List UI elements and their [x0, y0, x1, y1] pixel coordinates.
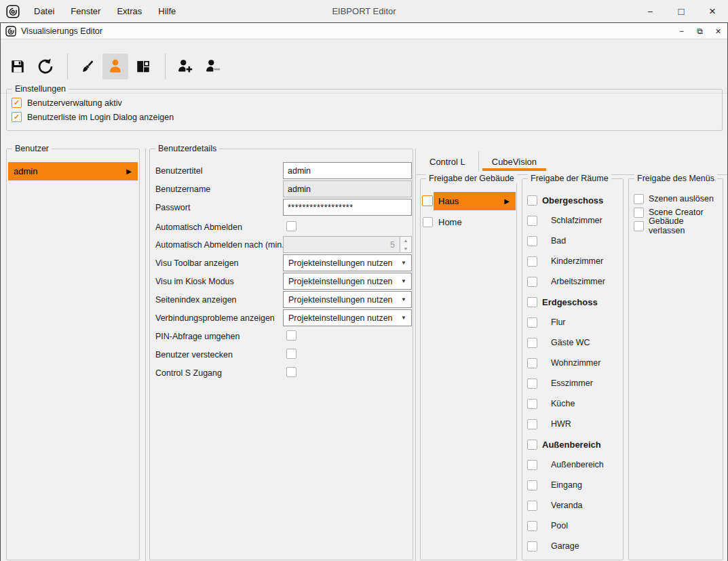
- building-item-home[interactable]: Home: [423, 216, 462, 228]
- room-item[interactable]: Pool: [527, 520, 621, 531]
- setting-benutzerliste[interactable]: ✓ Benutzerliste im Login Dialog anzeigen: [12, 112, 174, 122]
- room-label: Gäste WC: [551, 338, 590, 347]
- benutzertitel-input[interactable]: [283, 162, 412, 179]
- room-label: Erdgeschoss: [542, 297, 598, 307]
- editor-minimize-button[interactable]: −: [672, 23, 691, 39]
- room-item[interactable]: Küche: [527, 398, 621, 409]
- room-item[interactable]: Flur: [527, 317, 621, 328]
- room-checkbox[interactable]: [527, 440, 537, 450]
- menu-checkbox[interactable]: [634, 194, 644, 204]
- kiosk-select[interactable]: Projekteinstellungen nutzen ▼: [283, 273, 412, 290]
- menu-checkbox[interactable]: [634, 221, 644, 231]
- users-button[interactable]: [102, 54, 128, 79]
- room-item[interactable]: Gäste WC: [527, 337, 621, 348]
- menu-item-szenen[interactable]: Szenen auslösen: [634, 193, 721, 204]
- room-checkbox[interactable]: [527, 399, 537, 409]
- editor-titlebar: Visualisierungs Editor − ⧉ ×: [1, 23, 727, 39]
- editor-logo-icon: [5, 26, 16, 37]
- room-item[interactable]: Esszimmer: [527, 378, 621, 389]
- room-checkbox[interactable]: [527, 297, 537, 307]
- room-item[interactable]: Obergeschoss: [527, 195, 621, 206]
- room-checkbox[interactable]: [527, 358, 537, 368]
- menu-datei[interactable]: Datei: [26, 0, 62, 22]
- room-checkbox[interactable]: [527, 195, 537, 206]
- setting-benutzerverwaltung[interactable]: ✓ Benutzerverwaltung aktiv: [12, 98, 174, 108]
- user-name: admin: [14, 166, 37, 176]
- menu-extras[interactable]: Extras: [109, 0, 150, 22]
- spinner-value[interactable]: 5: [283, 236, 400, 253]
- room-item[interactable]: Eingang: [527, 480, 621, 490]
- auto-abmelden-checkbox[interactable]: [286, 221, 296, 231]
- room-checkbox[interactable]: [527, 521, 537, 531]
- checkbox[interactable]: ✓: [12, 98, 22, 108]
- room-checkbox[interactable]: [527, 277, 537, 287]
- room-item[interactable]: Außenbereich: [527, 439, 621, 450]
- tab-cubevision[interactable]: CubeVision: [478, 151, 550, 172]
- checkbox[interactable]: ✓: [12, 112, 22, 122]
- room-checkbox[interactable]: [527, 460, 537, 470]
- home-checkbox[interactable]: [423, 217, 433, 227]
- seitenindex-select[interactable]: Projekteinstellungen nutzen ▼: [283, 291, 412, 308]
- menu-item-gebaeude-verlassen[interactable]: Gebäude verlassen: [634, 220, 721, 231]
- room-item[interactable]: Bad: [527, 235, 621, 246]
- visu-toolbar-select[interactable]: Projekteinstellungen nutzen ▼: [283, 254, 412, 271]
- building-item-haus[interactable]: Haus ▶: [434, 192, 516, 210]
- verstecken-checkbox[interactable]: [286, 349, 296, 359]
- room-item[interactable]: Garage: [527, 541, 621, 552]
- chevron-down-icon: ▼: [401, 296, 406, 303]
- room-label: Veranda: [551, 501, 583, 510]
- room-checkbox[interactable]: [527, 216, 537, 226]
- room-item[interactable]: Veranda: [527, 500, 621, 511]
- minimize-button[interactable]: −: [634, 0, 666, 22]
- room-checkbox[interactable]: [527, 236, 537, 246]
- save-button[interactable]: [5, 54, 31, 79]
- spin-down-button[interactable]: ▼: [400, 245, 411, 253]
- room-item[interactable]: Schlafzimmer: [527, 215, 621, 226]
- room-checkbox[interactable]: [527, 501, 537, 511]
- layout-button[interactable]: [130, 54, 156, 79]
- control-s-checkbox[interactable]: [286, 367, 296, 377]
- editor-close-button[interactable]: ×: [709, 23, 727, 39]
- room-checkbox[interactable]: [527, 317, 537, 328]
- room-checkbox[interactable]: [527, 419, 537, 429]
- spin-up-button[interactable]: ▲: [400, 237, 411, 245]
- brush-button[interactable]: [75, 54, 100, 79]
- menu-checkbox[interactable]: [634, 208, 644, 218]
- maximize-button[interactable]: □: [666, 0, 697, 22]
- room-checkbox[interactable]: [527, 379, 537, 389]
- reload-button[interactable]: [33, 54, 58, 79]
- rooms-group: Freigabe der Räume Obergeschoss Schlafzi…: [522, 178, 624, 560]
- toolbar-separator: [165, 54, 166, 79]
- room-item[interactable]: Kinderzimmer: [527, 256, 621, 267]
- menu-hilfe[interactable]: Hilfe: [150, 0, 184, 22]
- benutzername-label: Benutzername: [155, 180, 210, 197]
- panel-splitter[interactable]: [145, 149, 146, 561]
- pin-checkbox[interactable]: [286, 330, 296, 341]
- room-item[interactable]: Erdgeschoss: [527, 296, 621, 307]
- haus-checkbox[interactable]: [422, 195, 433, 206]
- room-item[interactable]: Außenbereich: [527, 459, 621, 470]
- room-item[interactable]: Wohnzimmer: [527, 357, 621, 368]
- add-user-button[interactable]: [172, 54, 198, 79]
- passwort-input[interactable]: [283, 199, 412, 216]
- tab-control-l[interactable]: Control L: [417, 151, 478, 172]
- select-value: Projekteinstellungen nutzen: [288, 277, 393, 286]
- room-item[interactable]: Arbeitszimmer: [527, 276, 621, 287]
- room-item[interactable]: HWR: [527, 419, 621, 429]
- building-name: Haus: [438, 196, 459, 206]
- editor-restore-button[interactable]: ⧉: [691, 23, 709, 39]
- close-button[interactable]: ×: [697, 0, 728, 22]
- room-label: Kinderzimmer: [551, 256, 603, 266]
- panel-splitter[interactable]: [415, 149, 416, 561]
- user-list-item-admin[interactable]: admin ▶: [8, 162, 138, 180]
- room-checkbox[interactable]: [527, 338, 537, 348]
- room-checkbox[interactable]: [527, 256, 537, 267]
- chevron-down-icon: ▼: [401, 315, 406, 321]
- room-checkbox[interactable]: [527, 480, 537, 490]
- menu-fenster[interactable]: Fenster: [62, 0, 109, 22]
- remove-user-button[interactable]: [200, 54, 226, 79]
- room-checkbox[interactable]: [527, 541, 537, 552]
- room-label: Wohnzimmer: [551, 358, 600, 368]
- brush-icon: [79, 58, 96, 75]
- verbindung-select[interactable]: Projekteinstellungen nutzen ▼: [283, 309, 412, 326]
